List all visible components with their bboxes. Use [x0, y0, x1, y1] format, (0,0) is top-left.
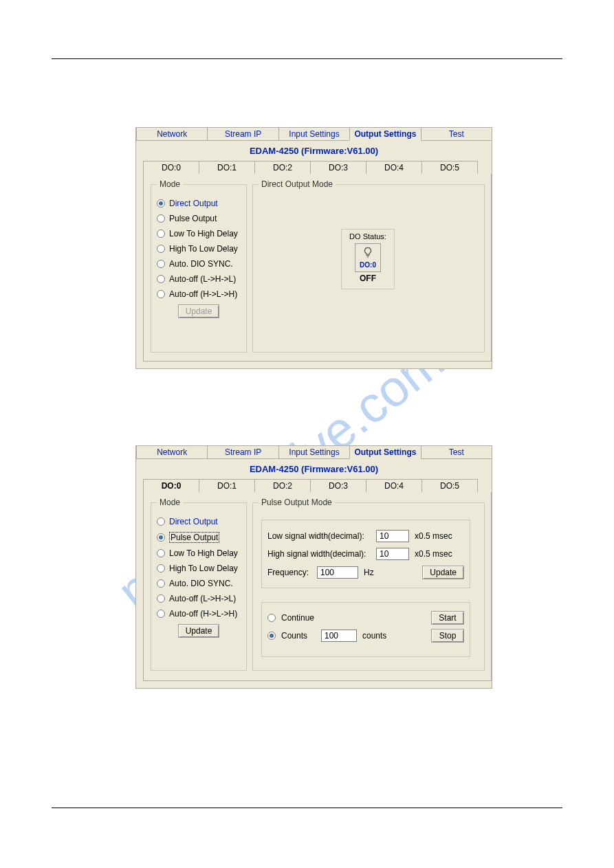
firmware-title: EDAM-4250 (Firmware:V61.00) [136, 143, 492, 159]
tab-input-settings[interactable]: Input Settings [278, 127, 350, 141]
tab-test[interactable]: Test [421, 445, 492, 459]
radio-icon [267, 632, 276, 640]
high-width-label: High signal width(decimal): [267, 549, 371, 559]
panel-direct-output: Network Stream IP Input Settings Output … [135, 127, 492, 369]
do-status-group: DO Status: DO:0 OFF [341, 229, 395, 289]
mode-auto-dio-sync[interactable]: Auto. DIO SYNC. [157, 579, 241, 588]
mode-auto-off-lhl[interactable]: Auto-off (L->H->L) [157, 594, 241, 603]
do-content: Mode Direct Output Pulse Output Low To H… [143, 492, 492, 681]
tab-do-0[interactable]: DO:0 [143, 479, 199, 493]
tab-output-settings[interactable]: Output Settings [349, 445, 421, 459]
tab-input-settings[interactable]: Input Settings [278, 445, 350, 459]
mode-label: Pulse Output [169, 214, 217, 223]
params-update-button[interactable]: Update [422, 566, 464, 579]
radio-icon [157, 579, 165, 588]
tab-do-0[interactable]: DO:0 [143, 161, 199, 175]
main-tabs: Network Stream IP Input Settings Output … [136, 445, 492, 459]
radio-icon [157, 214, 165, 223]
mode-pulse-output[interactable]: Pulse Output [157, 532, 241, 543]
mode-label: Auto. DIO SYNC. [169, 259, 233, 269]
radio-icon [157, 260, 165, 268]
radio-icon [157, 275, 165, 283]
mode-label: Pulse Output [169, 532, 219, 543]
mode-auto-dio-sync[interactable]: Auto. DIO SYNC. [157, 259, 241, 269]
update-button[interactable]: Update [178, 624, 220, 638]
mode-label: Direct Output [169, 517, 218, 526]
firmware-title: EDAM-4250 (Firmware:V61.00) [136, 461, 492, 477]
tab-do-4[interactable]: DO:4 [366, 161, 422, 175]
continue-label[interactable]: Continue [281, 613, 314, 623]
tab-do-5[interactable]: DO:5 [421, 479, 478, 493]
mode-legend: Mode [157, 498, 183, 507]
low-width-input[interactable] [376, 530, 409, 542]
do-status-legend: DO Status: [349, 232, 387, 241]
mode-direct-output[interactable]: Direct Output [157, 517, 241, 526]
high-width-input[interactable] [376, 548, 409, 560]
signal-params-fieldset: Low signal width(decimal): x0.5 msec Hig… [261, 520, 470, 588]
mode-direct-output[interactable]: Direct Output [157, 199, 241, 208]
do-status-id: DO:0 [360, 261, 376, 269]
mode-label: High To Low Delay [169, 564, 238, 573]
mode-low-high-delay[interactable]: Low To High Delay [157, 548, 241, 558]
start-button[interactable]: Start [431, 611, 464, 625]
high-width-unit: x0.5 msec [415, 549, 452, 559]
frequency-unit: Hz [364, 568, 395, 577]
mode-legend: Mode [157, 179, 183, 189]
low-width-label: Low signal width(decimal): [267, 531, 371, 541]
radio-icon [157, 533, 165, 542]
stop-button[interactable]: Stop [431, 629, 464, 643]
mode-auto-off-hlh[interactable]: Auto-off (H->L->H) [157, 609, 241, 619]
radio-icon [267, 614, 276, 622]
mode-high-low-delay[interactable]: High To Low Delay [157, 244, 241, 254]
tab-do-2[interactable]: DO:2 [254, 479, 311, 493]
tab-do-1[interactable]: DO:1 [199, 161, 255, 175]
direct-output-legend: Direct Output Mode [259, 179, 336, 189]
counts-input[interactable] [321, 630, 357, 642]
mode-label: Auto-off (H->L->H) [169, 289, 237, 299]
tab-do-5[interactable]: DO:5 [421, 161, 478, 175]
mode-label: Low To High Delay [169, 229, 238, 238]
mode-label: Direct Output [169, 199, 218, 208]
tab-do-1[interactable]: DO:1 [199, 479, 255, 493]
pulse-output-fieldset: Pulse Output Mode Low signal width(decim… [252, 498, 485, 671]
radio-icon [157, 290, 165, 298]
radio-icon [157, 610, 165, 618]
tab-do-3[interactable]: DO:3 [310, 479, 366, 493]
radio-icon [157, 549, 165, 557]
mode-low-high-delay[interactable]: Low To High Delay [157, 229, 241, 238]
do-status-button[interactable]: DO:0 [355, 243, 381, 272]
tab-network[interactable]: Network [136, 127, 208, 141]
radio-icon [157, 518, 165, 526]
radio-icon [157, 199, 165, 208]
mode-high-low-delay[interactable]: High To Low Delay [157, 564, 241, 573]
tab-stream-ip[interactable]: Stream IP [207, 127, 278, 141]
frequency-input[interactable] [317, 566, 358, 579]
tab-do-4[interactable]: DO:4 [366, 479, 422, 493]
counts-label[interactable]: Counts [281, 631, 316, 641]
mode-fieldset: Mode Direct Output Pulse Output Low To H… [151, 179, 247, 353]
low-width-unit: x0.5 msec [415, 531, 452, 541]
tab-stream-ip[interactable]: Stream IP [207, 445, 278, 459]
do-tabs: DO:0 DO:1 DO:2 DO:3 DO:4 DO:5 [143, 479, 492, 493]
do-status-state: OFF [349, 274, 387, 283]
do-content: Mode Direct Output Pulse Output Low To H… [143, 174, 492, 361]
tab-test[interactable]: Test [421, 127, 492, 141]
tab-do-2[interactable]: DO:2 [254, 161, 311, 175]
page-bottom-rule [52, 808, 562, 808]
tab-output-settings[interactable]: Output Settings [349, 127, 421, 141]
mode-auto-off-hlh[interactable]: Auto-off (H->L->H) [157, 289, 241, 299]
tab-do-3[interactable]: DO:3 [310, 161, 366, 175]
tab-network[interactable]: Network [136, 445, 208, 459]
counts-unit: counts [362, 631, 386, 641]
mode-label: High To Low Delay [169, 244, 238, 254]
run-fieldset: Continue Start Counts counts Stop [261, 602, 470, 657]
page-top-rule [52, 58, 562, 59]
radio-icon [157, 564, 165, 572]
frequency-label: Frequency: [267, 568, 311, 577]
mode-label: Auto-off (L->H->L) [169, 594, 236, 603]
mode-auto-off-lhl[interactable]: Auto-off (L->H->L) [157, 274, 241, 284]
update-button[interactable]: Update [178, 304, 220, 318]
do-tabs: DO:0 DO:1 DO:2 DO:3 DO:4 DO:5 [143, 161, 492, 175]
mode-label: Auto-off (H->L->H) [169, 609, 237, 619]
mode-pulse-output[interactable]: Pulse Output [157, 214, 241, 223]
